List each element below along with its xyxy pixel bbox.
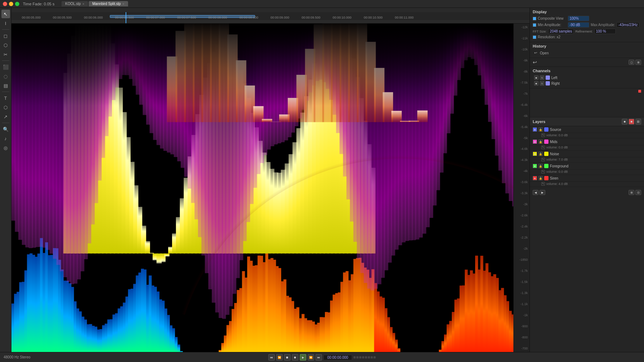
close-window-btn[interactable]	[3, 2, 7, 6]
layer-source-sub-icon[interactable]: ✎	[541, 133, 545, 137]
db-2.6k: -2.6k	[514, 214, 530, 217]
channel-left-vis[interactable]: ■	[534, 75, 538, 80]
layer-noise[interactable]: ■ 🔒 Noise	[530, 151, 644, 157]
tool-circle[interactable]: ◌	[1, 72, 10, 80]
layer-source-vis[interactable]: ■	[533, 127, 537, 132]
max-amp-value[interactable]: -43ms/23Hz	[616, 22, 639, 28]
tool-text[interactable]: T	[1, 94, 10, 102]
layer-siren-lock[interactable]: 🔒	[538, 176, 543, 180]
tool-brush[interactable]: ⬛	[1, 63, 10, 71]
layer-mids-vis[interactable]: ■	[533, 140, 537, 144]
display-title: Display	[533, 10, 641, 14]
transport-goto-start[interactable]: ⏮	[268, 354, 275, 361]
layer-siren[interactable]: ■ 🔒 Siren	[530, 175, 644, 182]
layer-mids-sub-icon[interactable]: ✎	[541, 146, 545, 149]
minimize-window-btn[interactable]	[9, 2, 13, 6]
transport-goto-end[interactable]: ⏭	[316, 354, 322, 361]
channel-right-vis[interactable]: ■	[534, 81, 538, 85]
transport-dot-3	[359, 356, 361, 358]
layer-noise-lock[interactable]: 🔒	[538, 152, 543, 156]
panel-bottom-right: ⊞ ⊡	[629, 190, 641, 195]
undo-button[interactable]: ↩	[533, 59, 537, 65]
history-open-label: Open	[540, 51, 548, 55]
tool-select[interactable]: ↖	[1, 10, 10, 18]
layer-foreground-name: Foreground	[550, 164, 641, 168]
tool-arrow[interactable]: ↗	[1, 112, 10, 121]
tool-zoom[interactable]: 🔍	[1, 125, 10, 133]
layer-noise-volume: volume: 7.0 dB	[546, 158, 568, 161]
transport-stop[interactable]: ⏹	[284, 354, 291, 361]
channel-left-label: Left	[551, 76, 557, 80]
db-1k: -1k	[514, 313, 530, 317]
tool-grid[interactable]: ▤	[1, 81, 10, 90]
tool-lasso[interactable]: ⬡	[1, 41, 10, 49]
layer-siren-sub-icon[interactable]: ✎	[541, 182, 545, 186]
history-open[interactable]: ↩ Open	[533, 50, 641, 56]
tool-draw[interactable]: I	[1, 19, 10, 28]
time-fade-label: Time Fade: 0.05 s	[23, 2, 54, 6]
panel-bottom-btn-1[interactable]: ◀	[533, 190, 538, 195]
channel-right[interactable]: ■ S Right	[533, 80, 641, 86]
layer-foreground-vis[interactable]: ■	[533, 164, 537, 168]
layer-mids[interactable]: ■ 🔒 Mids	[530, 138, 644, 145]
panel-bottom-btn-2[interactable]: ▶	[540, 190, 545, 195]
tool-audio[interactable]: ♪	[1, 134, 10, 143]
maximize-window-btn[interactable]	[15, 2, 19, 6]
composite-checkbox[interactable]	[533, 17, 536, 20]
min-amp-checkbox[interactable]	[533, 23, 536, 27]
panel-bottom-btn-3[interactable]: ⊞	[629, 190, 634, 195]
tool-target[interactable]: ◎	[1, 143, 10, 152]
tool-rect[interactable]: ◻	[1, 31, 10, 40]
right-panel: Display Composite View 100% Min Amplitud…	[530, 8, 644, 352]
layer-action-2[interactable]: ■	[629, 119, 634, 124]
layer-source[interactable]: ■ 🔒 Source	[530, 126, 644, 133]
tool-polygon[interactable]: ⬡	[1, 103, 10, 112]
channel-right-label: Right	[551, 82, 560, 85]
composite-value[interactable]: 100%	[568, 16, 589, 21]
transport-rewind[interactable]: ⏪	[276, 354, 283, 361]
layer-source-lock[interactable]: 🔒	[538, 127, 543, 132]
db-1.5k: -1.5k	[514, 280, 530, 284]
channel-right-solo[interactable]: S	[540, 81, 544, 85]
channel-left[interactable]: ■ S Left	[533, 75, 641, 80]
layer-action-3[interactable]: ⊞	[635, 119, 641, 124]
layer-mids-name: Mids	[550, 140, 641, 144]
channels-section: Channels ■ S Left ■ S Right	[530, 67, 644, 88]
channel-left-solo[interactable]: S	[540, 75, 544, 80]
layer-mids-lock[interactable]: 🔒	[538, 140, 543, 144]
layer-noise-vis[interactable]: ■	[533, 152, 537, 156]
tab-kool-close[interactable]: ×	[83, 2, 84, 6]
db-4k: -4k	[514, 169, 530, 173]
layer-siren-vis[interactable]: ■	[533, 176, 537, 180]
layer-action-1[interactable]: ■	[622, 119, 628, 124]
panel-btn-2[interactable]: ⊞	[635, 60, 641, 65]
layer-source-sub: ✎ volume: 0.0 dB	[530, 133, 644, 138]
panel-bottom-btn-4[interactable]: ⊡	[635, 190, 641, 195]
layer-foreground-sub-icon[interactable]: ✎	[541, 170, 545, 173]
tab-mannbird-close[interactable]: ×	[122, 2, 124, 6]
transport-forward[interactable]: ⏩	[308, 354, 314, 361]
playhead[interactable]	[126, 12, 126, 24]
min-amp-value[interactable]: -90 dB	[568, 22, 589, 28]
tool-scissors[interactable]: ✂	[1, 50, 10, 59]
layer-source-color	[544, 127, 548, 132]
tab-mannbird[interactable]: Mannbird Split.slp ×	[89, 1, 128, 6]
transport-dot-7	[371, 356, 373, 358]
tab-kool[interactable]: KOOL.slp ×	[62, 1, 88, 6]
refinement-value[interactable]: 100 %	[594, 29, 616, 34]
timeline-area[interactable]: 00:00:05.000 00:00:05.500 00:00:06.000 0…	[11, 8, 530, 24]
db-4.3k: -4.3k	[514, 158, 530, 162]
main-canvas[interactable]	[11, 24, 530, 352]
fft-value[interactable]: 2048 samples	[548, 29, 574, 34]
layer-foreground-lock[interactable]: 🔒	[538, 164, 543, 168]
transport-record[interactable]: ⏺	[292, 354, 298, 361]
panel-bottom: ◀ ▶ ⊞ ⊡	[530, 189, 644, 196]
panel-btn-1[interactable]: ◻	[629, 60, 634, 65]
transport-play[interactable]: ▶	[300, 354, 306, 361]
db-12k: -12k	[514, 25, 530, 29]
history-section: History ↩ Open	[530, 42, 644, 58]
db-3.6k: -3.6k	[514, 180, 530, 184]
layer-noise-sub-icon[interactable]: ✎	[541, 158, 545, 161]
layer-foreground[interactable]: ■ 🔒 Foreground	[530, 163, 644, 170]
resolution-checkbox[interactable]	[533, 35, 536, 39]
